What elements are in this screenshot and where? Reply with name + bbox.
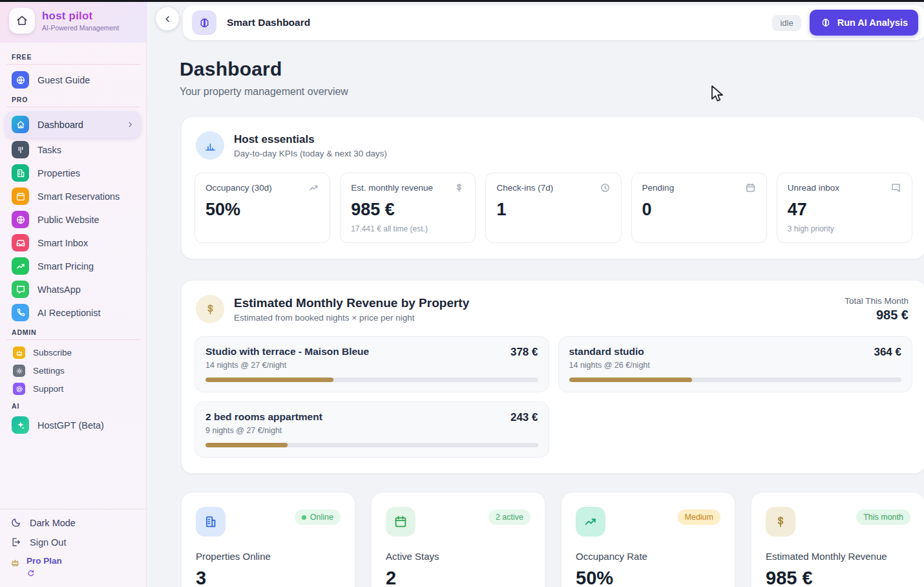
sidebar-item-smart-inbox[interactable]: Smart Inbox: [5, 231, 141, 254]
app-subtitle: AI-Powered Management: [42, 24, 119, 32]
refresh-icon[interactable]: [26, 569, 62, 581]
dark-mode-toggle[interactable]: Dark Mode: [10, 517, 136, 528]
chevron-right-icon: [126, 120, 134, 129]
moon-icon: [10, 517, 21, 528]
section-divider: [6, 339, 140, 340]
kpi-card-4: Unread inbox473 high priority: [777, 173, 912, 243]
kpi-value: 0: [642, 200, 756, 220]
dollar-icon: [454, 182, 465, 193]
revenue-progress-bar: [569, 378, 902, 382]
home-icon: [12, 116, 29, 133]
stat-value: 2: [386, 568, 530, 587]
revenue-subtitle: Estimated from booked nights × price per…: [234, 313, 469, 323]
total-this-month-label: Total This Month: [845, 296, 908, 306]
kpi-label: Pending: [642, 183, 675, 193]
sidebar-item-properties[interactable]: Properties: [5, 162, 141, 184]
status-badge: 2 active: [488, 509, 530, 525]
kpi-value: 47: [788, 200, 901, 220]
sidebar-item-support[interactable]: Support: [5, 380, 141, 398]
property-name: Studio with terrace - Maison Bleue: [205, 346, 369, 358]
brain-icon: [192, 10, 216, 35]
sidebar-item-subscribe[interactable]: Subscribe: [5, 344, 141, 361]
stat-value: 3: [196, 568, 341, 587]
status-badge: idle: [772, 15, 801, 31]
section-label-free: FREE: [5, 49, 141, 64]
plan-info[interactable]: Pro Plan: [10, 556, 136, 581]
building-icon: [12, 164, 29, 182]
sidebar-item-label: Guest Guide: [37, 75, 90, 85]
stat-title: Properties Online: [196, 551, 341, 562]
kpi-subtext: 3 high priority: [788, 224, 901, 233]
section-divider: [6, 107, 140, 107]
sidebar-item-public-website[interactable]: Public Website: [5, 208, 141, 231]
stat-title: Occupancy Rate: [576, 551, 720, 562]
stat-card-2: MediumOccupancy Rate50%Next 30 days: [561, 492, 735, 587]
app-title: host pilot: [42, 10, 119, 23]
sidebar-footer: Dark Mode Sign Out Pro Plan: [0, 509, 146, 587]
window-top-edge: [0, 0, 924, 2]
sidebar-item-smart-reservations[interactable]: Smart Reservations: [5, 185, 141, 208]
sidebar-logo: host pilot AI-Powered Management: [0, 0, 146, 43]
kpi-value: 50%: [205, 200, 319, 220]
property-detail: 9 nights @ 27 €/night: [205, 426, 322, 435]
sidebar-item-ai-receptionist[interactable]: AI Receptionist: [5, 301, 141, 324]
sign-out-icon: [10, 537, 21, 548]
sidebar-item-smart-pricing[interactable]: Smart Pricing: [5, 255, 141, 277]
dark-mode-label: Dark Mode: [30, 518, 76, 528]
revenue-title: Estimated Monthly Revenue by Property: [234, 296, 469, 310]
status-badge: Online: [295, 509, 341, 525]
chatline-icon: [890, 182, 901, 193]
sidebar-item-hostgpt[interactable]: HostGPT (Beta): [5, 414, 141, 436]
sidebar-item-label: WhatsApp: [37, 284, 81, 295]
bar-chart-icon: [196, 131, 224, 160]
sidebar-item-dashboard[interactable]: Dashboard: [5, 111, 141, 138]
kpi-value: 985 €: [351, 200, 465, 220]
kpi-label: Check-ins (7d): [496, 183, 553, 193]
dollar-icon: [196, 295, 224, 323]
kanban-icon: [12, 141, 29, 158]
sign-out-button[interactable]: Sign Out: [10, 537, 136, 548]
status-badge: This month: [856, 509, 910, 525]
sidebar-item-label: Smart Reservations: [37, 191, 120, 202]
stat-title: Active Stays: [386, 551, 530, 562]
gear-icon: [13, 365, 25, 377]
phone-icon: [12, 304, 29, 321]
kpi-card-2: Check-ins (7d)1: [485, 173, 621, 243]
smart-dashboard-header: Smart Dashboard idle Run AI Analysis: [183, 5, 924, 40]
property-revenue-row-1: standard studio14 nights @ 26 €/night364…: [558, 336, 913, 392]
stat-value: 50%: [576, 568, 720, 587]
kpi-label: Unread inbox: [788, 183, 839, 193]
building-icon: [196, 507, 226, 537]
kpi-value: 1: [496, 200, 610, 220]
trend-icon: [12, 257, 29, 275]
trend-icon: [308, 182, 319, 193]
property-revenue-row-0: Studio with terrace - Maison Bleue14 nig…: [194, 336, 549, 392]
stat-card-1: 2 activeActive Stays21 check-ins next 7 …: [371, 492, 545, 587]
host-essentials-title: Host essentials: [234, 133, 387, 146]
sidebar-item-tasks[interactable]: Tasks: [5, 138, 141, 161]
sidebar-item-guest-guide[interactable]: Guest Guide: [5, 69, 141, 91]
sidebar-item-whatsapp[interactable]: WhatsApp: [5, 278, 141, 301]
sign-out-label: Sign Out: [30, 537, 66, 548]
sidebar-item-settings[interactable]: Settings: [5, 362, 141, 379]
stat-card-0: OnlineProperties Online3: [181, 492, 355, 587]
property-amount: 378 €: [510, 346, 538, 359]
property-name: standard studio: [569, 346, 650, 358]
sidebar-item-label: Subscribe: [33, 348, 72, 358]
revenue-by-property-card: Estimated Monthly Revenue by Property Es…: [181, 280, 924, 474]
property-amount: 243 €: [510, 411, 538, 424]
property-amount: 364 €: [874, 346, 901, 359]
page-content: Dashboard Your property management overv…: [147, 40, 924, 587]
host-essentials-card: Host essentials Day-to-day KPIs (today &…: [181, 116, 924, 259]
page-subtitle: Your property management overview: [180, 86, 924, 98]
collapse-sidebar-button[interactable]: [156, 7, 179, 30]
sidebar-item-label: Tasks: [37, 145, 61, 155]
sidebar-item-label: Properties: [37, 168, 80, 178]
calendar-icon: [745, 182, 756, 193]
total-this-month-value: 985 €: [845, 308, 908, 323]
run-ai-analysis-button[interactable]: Run AI Analysis: [810, 10, 918, 36]
section-label-admin: ADMIN: [5, 325, 141, 339]
sidebar-item-label: AI Receptionist: [37, 308, 101, 318]
inbox-icon: [12, 234, 29, 251]
sidebar-item-label: Smart Pricing: [37, 261, 94, 272]
